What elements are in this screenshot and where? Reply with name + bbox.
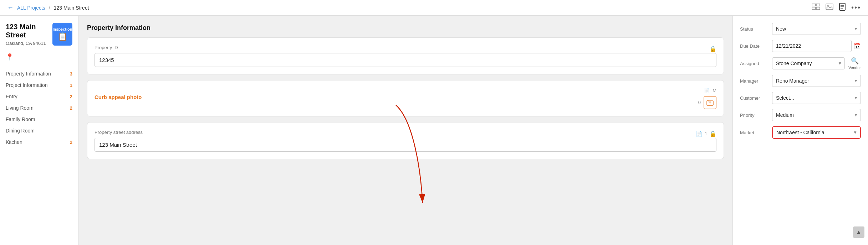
assigned-select[interactable]: Stone Company Other Company: [772, 57, 845, 69]
lock-icon-address: 🔒: [709, 130, 716, 137]
assigned-row: Assigned Stone Company Other Company ▼ 🔍…: [740, 57, 861, 70]
photo-count: 0: [698, 100, 701, 105]
property-address-header: Property street address 📄 1 🔒: [95, 130, 716, 138]
media-label: M: [713, 88, 716, 93]
manager-select-wrapper: Reno Manager Other Manager ▼: [772, 75, 861, 87]
document-view-icon[interactable]: [839, 3, 846, 12]
manager-row: Manager Reno Manager Other Manager ▼: [740, 75, 861, 87]
vendor-label: Vendor: [848, 66, 861, 70]
priority-select-wrapper: Low Medium High ▼: [772, 109, 861, 121]
market-label: Market: [740, 130, 769, 135]
curb-appeal-card: Curb appeal photo 📄 M 0: [87, 80, 724, 116]
section-title: Property Information: [87, 24, 724, 32]
top-bar-actions: •••: [812, 3, 861, 12]
photo-upload-button[interactable]: [704, 96, 716, 109]
nav-item-entry[interactable]: Entry 2: [6, 91, 72, 102]
calendar-icon[interactable]: 📅: [854, 43, 861, 49]
assigned-label: Assigned: [740, 61, 769, 66]
property-id-header: Property ID 🔒: [95, 45, 716, 53]
project-title: 123 Main Street: [6, 23, 48, 39]
inspection-badge[interactable]: Inspection 📋: [52, 23, 72, 46]
more-options-button[interactable]: •••: [851, 4, 861, 12]
top-bar: ← ALL Projects / 123 Main Street: [0, 0, 868, 16]
vendor-search-button[interactable]: 🔍 Vendor: [848, 57, 861, 70]
note-count: 1: [705, 131, 707, 136]
nav-item-label: Kitchen: [6, 139, 22, 145]
svg-rect-4: [826, 4, 833, 10]
nav-item-label: Entry: [6, 94, 17, 99]
location-pin-icon[interactable]: 📍: [6, 53, 72, 61]
right-panel: Status New In Progress Complete ▼ Due Da…: [732, 16, 868, 245]
due-date-row: Due Date 📅: [740, 40, 861, 52]
due-date-input[interactable]: [772, 40, 852, 52]
breadcrumb: ← ALL Projects / 123 Main Street: [7, 4, 89, 11]
customer-select-wrapper: Select... ▼: [772, 92, 861, 104]
nav-item-kitchen[interactable]: Kitchen 2: [6, 136, 72, 148]
property-id-input[interactable]: [95, 53, 716, 67]
media-icon: 📄: [704, 88, 710, 93]
svg-rect-1: [816, 4, 820, 6]
market-select-wrapper: Northwest - California Other Market ▼: [772, 126, 861, 139]
nav-badge: 2: [70, 105, 72, 111]
assigned-select-wrapper: Stone Company Other Company ▼: [772, 57, 845, 69]
due-date-wrapper: 📅: [772, 40, 861, 52]
customer-select[interactable]: Select...: [772, 92, 861, 104]
main-layout: 123 Main Street Oakland, CA 94611 Inspec…: [0, 16, 868, 245]
market-select[interactable]: Northwest - California Other Market: [773, 127, 860, 138]
photo-actions: 📄 M: [704, 88, 716, 93]
all-projects-link[interactable]: ALL Projects: [17, 5, 45, 11]
back-button[interactable]: ←: [7, 4, 15, 11]
inspection-label: Inspection: [52, 27, 72, 31]
project-info: 123 Main Street Oakland, CA 94611: [6, 23, 48, 50]
clipboard-icon: 📋: [58, 32, 67, 41]
nav-badge: 2: [70, 140, 72, 145]
nav-item-label: Property Information: [6, 71, 51, 77]
middle-content: Property Information Property ID 🔒 Curb …: [78, 16, 732, 245]
priority-row: Priority Low Medium High ▼: [740, 109, 861, 121]
grid-view-icon[interactable]: [812, 4, 820, 12]
nav-badge: 3: [70, 71, 72, 77]
nav-item-label: Project Information: [6, 82, 48, 88]
breadcrumb-current: 123 Main Street: [54, 5, 89, 11]
curb-appeal-label: Curb appeal photo: [95, 94, 142, 100]
svg-rect-2: [812, 7, 816, 10]
property-id-card: Property ID 🔒: [87, 37, 724, 74]
image-view-icon[interactable]: [826, 4, 833, 12]
property-address-input[interactable]: [95, 138, 716, 152]
manager-label: Manager: [740, 78, 769, 84]
nav-item-dining-room[interactable]: Dining Room: [6, 125, 72, 136]
nav-item-project-information[interactable]: Project Information 1: [6, 79, 72, 91]
left-sidebar: 123 Main Street Oakland, CA 94611 Inspec…: [0, 16, 78, 245]
due-date-label: Due Date: [740, 43, 769, 49]
customer-row: Customer Select... ▼: [740, 92, 861, 104]
nav-item-label: Dining Room: [6, 128, 35, 134]
nav-item-family-room[interactable]: Family Room: [6, 114, 72, 125]
scroll-to-top-button[interactable]: ▲: [853, 226, 864, 238]
nav-item-label: Family Room: [6, 116, 35, 122]
project-subtitle: Oakland, CA 94611: [6, 41, 48, 46]
svg-rect-3: [816, 7, 820, 10]
back-arrow-icon: ←: [7, 4, 14, 11]
nav-item-property-information[interactable]: Property Information 3: [6, 68, 72, 79]
photo-area: 📄 M 0: [698, 88, 716, 109]
status-select[interactable]: New In Progress Complete: [772, 23, 861, 35]
nav-item-label: Living Room: [6, 105, 34, 111]
lock-icon: 🔒: [709, 46, 716, 52]
search-icon: 🔍: [851, 57, 859, 65]
svg-rect-0: [812, 4, 816, 6]
nav-badge: 2: [70, 94, 72, 99]
nav-item-living-room[interactable]: Living Room 2: [6, 102, 72, 114]
status-label: Status: [740, 26, 769, 32]
curb-appeal-header: Curb appeal photo 📄 M 0: [95, 88, 716, 109]
status-select-wrapper: New In Progress Complete ▼: [772, 23, 861, 35]
property-id-label: Property ID: [95, 45, 118, 50]
customer-label: Customer: [740, 95, 769, 101]
priority-select[interactable]: Low Medium High: [772, 109, 861, 121]
manager-select[interactable]: Reno Manager Other Manager: [772, 75, 861, 87]
market-row: Market Northwest - California Other Mark…: [740, 126, 861, 139]
priority-label: Priority: [740, 113, 769, 118]
breadcrumb-separator: /: [49, 5, 50, 11]
property-address-card: Property street address 📄 1 🔒: [87, 122, 724, 159]
note-icon: 📄: [696, 131, 703, 137]
nav-badge: 1: [70, 83, 72, 88]
